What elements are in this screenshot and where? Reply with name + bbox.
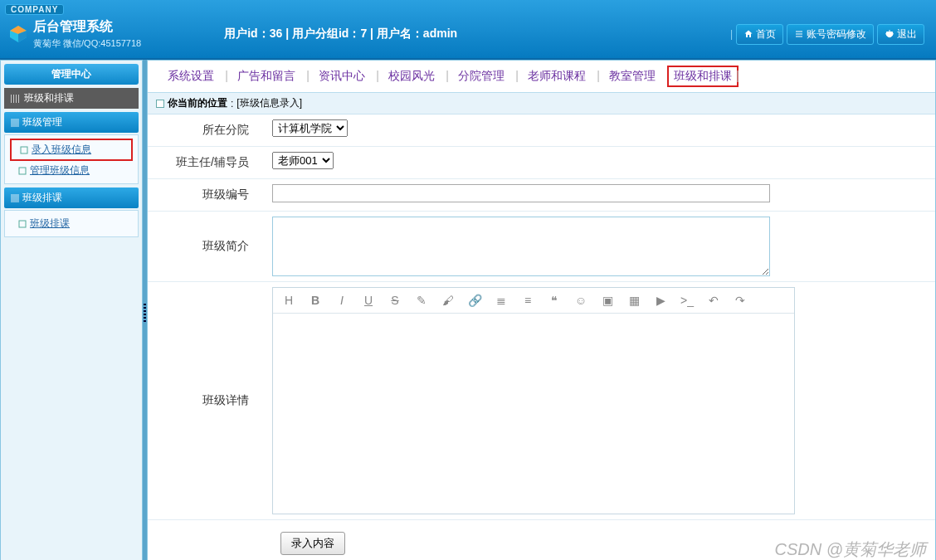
head-select[interactable]: 老师001 (272, 152, 334, 169)
home-button[interactable]: 首页 (736, 24, 783, 45)
power-icon (885, 29, 895, 39)
doc-icon (18, 220, 27, 228)
editor-toolbar: HBIUS✎🖌🔗≣≡❝☺▣▦▶>_↶↷ (273, 288, 794, 314)
breadcrumb-location: [班级信息录入] (236, 96, 302, 110)
main-content: 系统设置广告和留言资讯中心校园风光分院管理老师和课程教室管理班级和排课 你当前的… (147, 60, 936, 560)
code-icon[interactable]: >_ (680, 293, 695, 308)
branch-select[interactable]: 计算机学院 (272, 119, 348, 137)
sidebar-item-class-schedule[interactable]: 班级排课 (10, 214, 133, 233)
management-center-header: 管理中心 (4, 64, 139, 85)
strike-icon[interactable]: S (388, 293, 402, 308)
head-label: 班主任/辅导员 (148, 147, 264, 178)
align-icon[interactable]: ≡ (520, 293, 535, 308)
group-head-class-mgmt[interactable]: 班级管理 (4, 112, 139, 133)
svg-rect-4 (21, 147, 27, 153)
group-icon (11, 194, 19, 202)
tab-teacher-course[interactable]: 老师和课程 (516, 69, 597, 84)
logout-button[interactable]: 退出 (877, 24, 924, 45)
submit-button[interactable]: 录入内容 (280, 532, 345, 555)
sidebar-item-enter-class-info[interactable]: 录入班级信息 (10, 139, 133, 161)
svg-rect-5 (19, 168, 26, 174)
divider-text: | (730, 28, 733, 40)
bold-icon[interactable]: B (308, 293, 323, 308)
undo-icon[interactable]: ↶ (706, 293, 721, 308)
tab-campus-scenery[interactable]: 校园风光 (377, 69, 446, 84)
group-head-schedule[interactable]: 班级排课 (4, 187, 139, 208)
detail-label: 班级详情 (148, 282, 264, 519)
home-icon (743, 29, 753, 39)
editor-textarea[interactable] (273, 314, 794, 511)
classno-label: 班级编号 (148, 179, 264, 211)
underline-icon[interactable]: U (361, 293, 376, 308)
logout-button-label: 退出 (897, 27, 917, 41)
account-button[interactable]: 账号密码修改 (787, 24, 874, 45)
column-divider[interactable] (143, 60, 147, 560)
svg-rect-7 (19, 221, 26, 227)
quote-icon[interactable]: ❝ (547, 293, 562, 308)
title-block: 后台管理系统 黄菊华 微信/QQ:45157718 (33, 18, 141, 50)
tab-sys-settings[interactable]: 系统设置 (156, 69, 226, 84)
company-badge: COMPANY (5, 4, 64, 15)
sidebar-crumb: 班级和排课 (4, 88, 139, 109)
doc-icon (18, 167, 27, 175)
branch-label: 所在分院 (148, 114, 264, 146)
tab-bar: 系统设置广告和留言资讯中心校园风光分院管理老师和课程教室管理班级和排课 (148, 61, 935, 93)
svg-rect-3 (11, 119, 19, 127)
brush-icon[interactable]: 🖌 (441, 293, 456, 308)
tab-ads-msg[interactable]: 广告和留言 (226, 69, 307, 84)
header: COMPANY 后台管理系统 黄菊华 微信/QQ:45157718 用户id：3… (0, 0, 936, 60)
class-form: 所在分院 计算机学院 班主任/辅导员 老师001 班级编号 班级简介 (148, 114, 935, 560)
group-icon (11, 119, 19, 127)
intro-label: 班级简介 (148, 212, 264, 281)
list-ol-icon[interactable]: ≣ (494, 293, 509, 308)
heading-icon[interactable]: H (281, 293, 296, 308)
video-icon[interactable]: ▶ (653, 293, 668, 308)
classno-input[interactable] (272, 184, 770, 202)
doc-icon (20, 146, 28, 154)
italic-icon[interactable]: I (334, 293, 349, 308)
user-info: 用户id：36 | 用户分组id：7 | 用户名：admin (224, 27, 457, 41)
redo-icon[interactable]: ↷ (733, 293, 748, 308)
rich-editor: HBIUS✎🖌🔗≣≡❝☺▣▦▶>_↶↷ (272, 287, 795, 514)
intro-textarea[interactable] (272, 217, 770, 276)
smile-icon[interactable]: ☺ (573, 293, 588, 308)
grid-icon[interactable]: ▦ (626, 293, 641, 308)
tab-room-mgmt[interactable]: 教室管理 (597, 69, 667, 84)
svg-rect-6 (11, 194, 19, 202)
eraser-icon[interactable]: ✎ (414, 293, 429, 308)
sub-title: 黄菊华 微信/QQ:45157718 (33, 37, 141, 50)
sidebar-item-manage-class-info[interactable]: 管理班级信息 (10, 161, 133, 180)
tab-class-schedule-tab[interactable]: 班级和排课 (667, 66, 739, 87)
link-icon[interactable]: 🔗 (467, 293, 482, 308)
account-button-label: 账号密码修改 (807, 27, 866, 41)
breadcrumb-prefix: 你当前的位置 (168, 96, 227, 110)
sidebar-crumb-label: 班级和排课 (24, 91, 74, 105)
home-button-label: 首页 (756, 27, 776, 41)
list-icon (794, 29, 804, 39)
page-icon (156, 100, 164, 108)
breadcrumb: 你当前的位置 : [班级信息录入] (148, 93, 935, 114)
app-logo-icon (8, 24, 28, 44)
grip-icon (11, 95, 19, 103)
sidebar: 管理中心 班级和排课 班级管理录入班级信息管理班级信息班级排课班级排课 (0, 60, 143, 560)
tab-branch-mgmt[interactable]: 分院管理 (446, 69, 516, 84)
tab-info-center[interactable]: 资讯中心 (307, 69, 377, 84)
app-title: 后台管理系统 (33, 18, 141, 36)
image-icon[interactable]: ▣ (600, 293, 615, 308)
